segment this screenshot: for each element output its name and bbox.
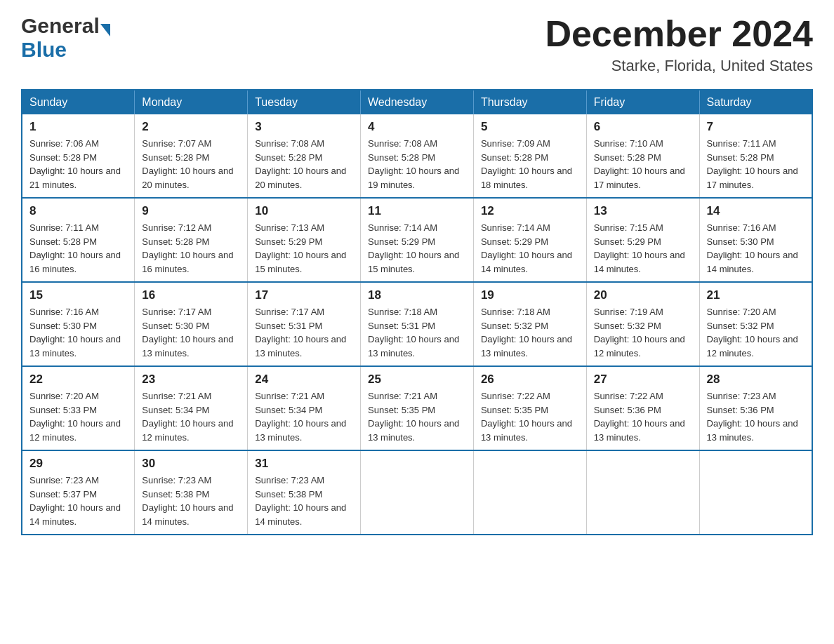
calendar-day-cell [361,450,474,535]
day-number: 7 [707,120,805,134]
day-info: Sunrise: 7:23 AMSunset: 5:37 PMDaylight:… [29,474,127,528]
calendar-day-cell: 24Sunrise: 7:21 AMSunset: 5:34 PMDayligh… [248,366,361,450]
day-number: 24 [255,373,353,387]
calendar-day-cell: 19Sunrise: 7:18 AMSunset: 5:32 PMDayligh… [473,282,586,366]
day-number: 21 [707,288,805,302]
day-number: 18 [368,288,466,302]
calendar-day-cell: 8Sunrise: 7:11 AMSunset: 5:28 PMDaylight… [22,198,135,282]
title-block: December 2024 Starke, Florida, United St… [545,14,813,75]
calendar-week-row: 22Sunrise: 7:20 AMSunset: 5:33 PMDayligh… [22,366,812,450]
day-number: 16 [142,288,240,302]
day-number: 22 [29,373,127,387]
calendar-day-cell: 11Sunrise: 7:14 AMSunset: 5:29 PMDayligh… [361,198,474,282]
calendar-day-cell: 10Sunrise: 7:13 AMSunset: 5:29 PMDayligh… [248,198,361,282]
calendar-day-header: Thursday [473,90,586,114]
calendar-day-cell: 2Sunrise: 7:07 AMSunset: 5:28 PMDaylight… [135,114,248,198]
calendar-day-cell: 28Sunrise: 7:23 AMSunset: 5:36 PMDayligh… [699,366,812,450]
calendar-day-cell: 7Sunrise: 7:11 AMSunset: 5:28 PMDaylight… [699,114,812,198]
day-info: Sunrise: 7:21 AMSunset: 5:34 PMDaylight:… [255,389,353,444]
logo-arrow-icon [100,24,110,36]
calendar-week-row: 29Sunrise: 7:23 AMSunset: 5:37 PMDayligh… [22,450,812,535]
day-info: Sunrise: 7:20 AMSunset: 5:32 PMDaylight:… [707,305,805,360]
calendar-day-cell: 21Sunrise: 7:20 AMSunset: 5:32 PMDayligh… [699,282,812,366]
calendar-day-cell: 27Sunrise: 7:22 AMSunset: 5:36 PMDayligh… [586,366,699,450]
calendar-day-cell: 5Sunrise: 7:09 AMSunset: 5:28 PMDaylight… [473,114,586,198]
day-info: Sunrise: 7:13 AMSunset: 5:29 PMDaylight:… [255,221,353,276]
calendar-day-header: Monday [135,90,248,114]
day-info: Sunrise: 7:23 AMSunset: 5:36 PMDaylight:… [707,389,805,444]
calendar-day-cell: 31Sunrise: 7:23 AMSunset: 5:38 PMDayligh… [248,450,361,535]
calendar-day-header: Sunday [22,90,135,114]
day-info: Sunrise: 7:11 AMSunset: 5:28 PMDaylight:… [29,221,127,276]
day-number: 26 [481,373,579,387]
calendar-day-cell: 12Sunrise: 7:14 AMSunset: 5:29 PMDayligh… [473,198,586,282]
day-number: 13 [594,204,692,218]
calendar-day-cell: 9Sunrise: 7:12 AMSunset: 5:28 PMDaylight… [135,198,248,282]
day-info: Sunrise: 7:12 AMSunset: 5:28 PMDaylight:… [142,221,240,276]
calendar-day-header: Tuesday [248,90,361,114]
day-info: Sunrise: 7:23 AMSunset: 5:38 PMDaylight:… [142,474,240,528]
day-info: Sunrise: 7:10 AMSunset: 5:28 PMDaylight:… [594,137,692,192]
calendar-day-cell: 16Sunrise: 7:17 AMSunset: 5:30 PMDayligh… [135,282,248,366]
calendar-table: SundayMondayTuesdayWednesdayThursdayFrid… [21,89,813,535]
calendar-week-row: 1Sunrise: 7:06 AMSunset: 5:28 PMDaylight… [22,114,812,198]
day-number: 6 [594,120,692,134]
day-number: 12 [481,204,579,218]
day-info: Sunrise: 7:20 AMSunset: 5:33 PMDaylight:… [29,389,127,444]
day-info: Sunrise: 7:08 AMSunset: 5:28 PMDaylight:… [255,137,353,192]
location-title: Starke, Florida, United States [545,57,813,75]
day-info: Sunrise: 7:21 AMSunset: 5:34 PMDaylight:… [142,389,240,444]
page-header: General Blue December 2024 Starke, Flori… [21,14,813,75]
calendar-day-cell: 13Sunrise: 7:15 AMSunset: 5:29 PMDayligh… [586,198,699,282]
day-info: Sunrise: 7:21 AMSunset: 5:35 PMDaylight:… [368,389,466,444]
calendar-day-cell: 26Sunrise: 7:22 AMSunset: 5:35 PMDayligh… [473,366,586,450]
calendar-day-cell: 15Sunrise: 7:16 AMSunset: 5:30 PMDayligh… [22,282,135,366]
day-info: Sunrise: 7:18 AMSunset: 5:31 PMDaylight:… [368,305,466,360]
day-number: 15 [29,288,127,302]
day-number: 20 [594,288,692,302]
day-info: Sunrise: 7:22 AMSunset: 5:36 PMDaylight:… [594,389,692,444]
day-info: Sunrise: 7:17 AMSunset: 5:31 PMDaylight:… [255,305,353,360]
day-number: 8 [29,204,127,218]
calendar-week-row: 15Sunrise: 7:16 AMSunset: 5:30 PMDayligh… [22,282,812,366]
day-info: Sunrise: 7:14 AMSunset: 5:29 PMDaylight:… [368,221,466,276]
day-number: 31 [255,457,353,471]
calendar-day-cell: 20Sunrise: 7:19 AMSunset: 5:32 PMDayligh… [586,282,699,366]
calendar-day-cell: 22Sunrise: 7:20 AMSunset: 5:33 PMDayligh… [22,366,135,450]
logo-blue-text: Blue [21,38,67,61]
calendar-day-cell: 18Sunrise: 7:18 AMSunset: 5:31 PMDayligh… [361,282,474,366]
calendar-day-header: Friday [586,90,699,114]
day-info: Sunrise: 7:15 AMSunset: 5:29 PMDaylight:… [594,221,692,276]
day-info: Sunrise: 7:14 AMSunset: 5:29 PMDaylight:… [481,221,579,276]
calendar-day-header: Saturday [699,90,812,114]
day-info: Sunrise: 7:19 AMSunset: 5:32 PMDaylight:… [594,305,692,360]
day-number: 2 [142,120,240,134]
calendar-day-cell: 30Sunrise: 7:23 AMSunset: 5:38 PMDayligh… [135,450,248,535]
calendar-week-row: 8Sunrise: 7:11 AMSunset: 5:28 PMDaylight… [22,198,812,282]
day-info: Sunrise: 7:07 AMSunset: 5:28 PMDaylight:… [142,137,240,192]
calendar-day-cell: 14Sunrise: 7:16 AMSunset: 5:30 PMDayligh… [699,198,812,282]
day-number: 23 [142,373,240,387]
day-info: Sunrise: 7:16 AMSunset: 5:30 PMDaylight:… [707,221,805,276]
logo: General Blue [21,14,110,62]
calendar-header-row: SundayMondayTuesdayWednesdayThursdayFrid… [22,90,812,114]
day-info: Sunrise: 7:17 AMSunset: 5:30 PMDaylight:… [142,305,240,360]
calendar-day-cell [699,450,812,535]
calendar-day-cell: 1Sunrise: 7:06 AMSunset: 5:28 PMDaylight… [22,114,135,198]
day-number: 29 [29,457,127,471]
day-number: 9 [142,204,240,218]
day-number: 11 [368,204,466,218]
day-number: 4 [368,120,466,134]
calendar-day-cell: 29Sunrise: 7:23 AMSunset: 5:37 PMDayligh… [22,450,135,535]
calendar-day-cell [586,450,699,535]
day-number: 1 [29,120,127,134]
day-number: 19 [481,288,579,302]
day-number: 14 [707,204,805,218]
day-number: 3 [255,120,353,134]
day-number: 27 [594,373,692,387]
calendar-day-cell: 3Sunrise: 7:08 AMSunset: 5:28 PMDaylight… [248,114,361,198]
calendar-day-cell: 23Sunrise: 7:21 AMSunset: 5:34 PMDayligh… [135,366,248,450]
calendar-day-cell: 4Sunrise: 7:08 AMSunset: 5:28 PMDaylight… [361,114,474,198]
calendar-day-header: Wednesday [361,90,474,114]
day-number: 10 [255,204,353,218]
